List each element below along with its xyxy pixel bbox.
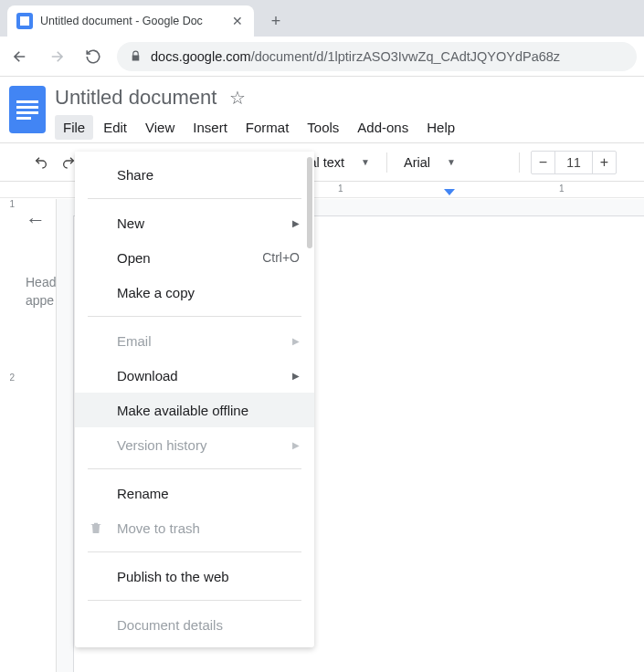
browser-tab[interactable]: Untitled document - Google Doc ✕ [7,5,254,37]
ruler-mark: 1 [338,184,343,194]
outline-placeholder: Head appe [26,274,56,310]
separator [88,316,301,317]
menu-item-email[interactable]: Email▶ [75,323,314,358]
indent-marker-icon[interactable] [444,189,455,195]
arrow-right-icon [48,48,65,65]
ruler-mark: 1 [559,184,565,194]
docs-favicon-icon [16,13,33,29]
shortcut-label: Ctrl+O [262,250,300,265]
chevron-right-icon: ▶ [292,218,300,228]
vruler-mark [0,286,15,373]
new-tab-button[interactable]: + [263,8,289,34]
undo-button[interactable] [33,151,49,174]
tab-strip: Untitled document - Google Doc ✕ + [0,0,644,37]
separator [88,600,301,601]
file-menu-dropdown: Share New▶ OpenCtrl+O Make a copy Email▶… [75,152,314,647]
menu-item-make-copy[interactable]: Make a copy [75,275,314,310]
separator [386,152,387,173]
menu-item-version-history[interactable]: Version history▶ [75,427,314,462]
chevron-right-icon: ▶ [292,440,300,450]
menu-addons[interactable]: Add-ons [349,115,417,140]
font-size-control: − 11 + [531,151,617,174]
outline-collapse-button[interactable]: ← [26,208,56,232]
chevron-right-icon: ▶ [292,336,300,346]
separator [88,468,301,469]
menu-item-publish[interactable]: Publish to the web [75,559,314,593]
font-label: Arial [404,155,430,170]
menu-item-share[interactable]: Share [75,157,314,192]
separator [519,152,520,173]
reload-icon [85,48,101,65]
docs-logo-icon[interactable] [9,86,46,133]
vruler-mark: 1 [0,199,15,286]
browser-nav-bar: docs.google.com/document/d/1lptirzASO3Iv… [0,37,644,77]
tab-title: Untitled document - Google Doc [40,15,223,27]
close-icon[interactable]: ✕ [230,14,245,28]
menu-format[interactable]: Format [238,115,298,140]
star-icon[interactable]: ☆ [229,87,246,109]
vertical-ruler[interactable]: 1 2 [0,199,18,672]
separator [88,551,301,552]
url-text: docs.google.com/document/d/1lptirzASO3Iv… [151,49,560,64]
back-button[interactable] [7,44,33,69]
menu-item-make-offline[interactable]: Make available offline [75,393,314,427]
menu-insert[interactable]: Insert [185,115,236,140]
menu-item-new[interactable]: New▶ [75,205,314,240]
menu-help[interactable]: Help [418,115,463,140]
lock-icon [130,50,142,62]
menu-item-rename[interactable]: Rename [75,476,314,510]
font-size-value[interactable]: 11 [555,155,592,170]
reload-button[interactable] [80,44,106,69]
chevron-down-icon: ▼ [447,157,456,167]
menu-item-doc-details[interactable]: Document details [75,607,314,642]
font-size-decrease-button[interactable]: − [532,152,555,173]
browser-chrome: Untitled document - Google Doc ✕ + docs.… [0,0,644,77]
menu-edit[interactable]: Edit [95,115,135,140]
menu-bar: File Edit View Insert Format Tools Add-o… [55,115,463,140]
menu-item-download[interactable]: Download▶ [75,358,314,393]
separator [88,198,301,199]
docs-header: Untitled document ☆ File Edit View Inser… [0,77,644,140]
doc-title[interactable]: Untitled document [55,86,216,110]
font-dropdown[interactable]: Arial ▼ [398,155,508,170]
arrow-left-icon [12,48,28,65]
menu-item-open[interactable]: OpenCtrl+O [75,240,314,275]
font-size-increase-button[interactable]: + [592,152,616,173]
menu-item-move-to-trash[interactable]: Move to trash [75,510,314,545]
chevron-down-icon: ▼ [361,157,370,167]
undo-icon [33,155,49,170]
address-bar[interactable]: docs.google.com/document/d/1lptirzASO3Iv… [117,42,637,71]
forward-button[interactable] [44,44,69,69]
menu-tools[interactable]: Tools [299,115,347,140]
trash-icon [88,520,104,535]
vruler-mark: 2 [0,373,15,459]
chevron-right-icon: ▶ [292,371,300,381]
menu-view[interactable]: View [137,115,183,140]
menu-file[interactable]: File [55,115,93,140]
